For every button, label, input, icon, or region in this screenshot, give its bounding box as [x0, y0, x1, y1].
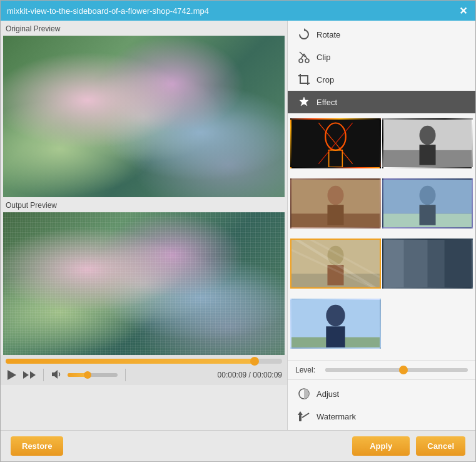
svg-marker-1 — [304, 28, 306, 31]
rotate-label: Rotate — [316, 30, 340, 39]
time-sep: / — [246, 371, 253, 379]
controls-row: 00:00:09 / 00:00:09 — [6, 369, 282, 381]
svg-marker-0 — [52, 370, 58, 379]
effect-blur[interactable] — [382, 239, 473, 289]
crop-label: Crop — [316, 75, 334, 85]
adjust-icon — [298, 388, 310, 400]
crop-icon — [298, 73, 310, 86]
tool-effect[interactable]: Effect — [288, 91, 475, 113]
original-preview — [3, 36, 285, 197]
restore-button[interactable]: Restore — [11, 436, 63, 456]
svg-rect-40 — [445, 240, 472, 287]
skip-icon — [23, 371, 36, 379]
player-controls: 00:00:09 / 00:00:09 — [1, 355, 287, 385]
svg-point-43 — [326, 305, 345, 327]
effect-warm[interactable] — [290, 178, 381, 228]
svg-marker-12 — [300, 97, 308, 106]
svg-rect-44 — [326, 326, 345, 347]
title-bar: mixkit-view-to-the-sideboard-of-a-flower… — [1, 1, 475, 21]
left-panel: Original Preview Output Preview — [1, 21, 287, 430]
progress-bar[interactable] — [6, 359, 282, 364]
effect-bw[interactable] — [382, 118, 473, 168]
app-window: mixkit-view-to-the-sideboard-of-a-flower… — [0, 0, 476, 462]
tool-rotate[interactable]: Rotate — [288, 23, 475, 46]
output-preview — [3, 212, 285, 355]
svg-rect-39 — [383, 240, 404, 287]
effect-canvas[interactable] — [290, 239, 381, 289]
main-content: Original Preview Output Preview — [1, 21, 475, 430]
effect-sketch[interactable] — [290, 118, 381, 168]
play-icon — [8, 370, 16, 380]
level-row: Level: — [288, 360, 475, 379]
svg-point-2 — [299, 59, 303, 63]
svg-point-24 — [327, 186, 343, 205]
total-time: 00:00:09 — [253, 371, 282, 379]
original-preview-label: Original Preview — [1, 21, 287, 36]
speaker-icon — [51, 369, 63, 379]
adjust-label: Adjust — [316, 389, 339, 399]
watermark-icon — [298, 410, 310, 423]
svg-rect-21 — [419, 145, 435, 165]
time-display: 00:00:09 / 00:00:09 — [218, 371, 282, 379]
volume-icon — [51, 369, 63, 381]
level-thumb[interactable] — [399, 366, 408, 374]
tool-adjust[interactable]: Adjust — [288, 382, 475, 405]
volume-thumb[interactable] — [84, 371, 91, 379]
rotate-icon — [298, 28, 310, 41]
tool-watermark[interactable]: Watermark — [288, 405, 475, 428]
effect-bright[interactable] — [290, 299, 381, 349]
volume-slider[interactable] — [68, 373, 118, 377]
play-button[interactable] — [6, 369, 18, 381]
apply-button[interactable]: Apply — [352, 436, 410, 456]
footer-button-group: Apply Cancel — [352, 436, 465, 456]
effect-overlay — [3, 212, 285, 355]
right-panel: Rotate Clip — [287, 21, 475, 430]
svg-point-3 — [305, 59, 309, 63]
svg-point-28 — [419, 186, 435, 205]
footer: Restore Apply Cancel — [1, 430, 475, 461]
svg-rect-29 — [419, 205, 435, 225]
output-preview-label: Output Preview — [1, 197, 287, 212]
tool-crop[interactable]: Crop — [288, 68, 475, 91]
level-fill — [325, 368, 403, 372]
svg-marker-47 — [298, 411, 303, 415]
level-label: Level: — [295, 366, 320, 374]
progress-fill — [6, 359, 255, 364]
effect-cool[interactable] — [382, 178, 473, 228]
clip-label: Clip — [316, 53, 330, 62]
output-preview-image — [3, 212, 285, 355]
svg-rect-25 — [327, 205, 343, 225]
level-slider[interactable] — [325, 368, 468, 372]
close-button[interactable]: ✕ — [457, 4, 469, 17]
divider — [43, 369, 44, 381]
effect-section: Level: Adj — [288, 116, 475, 430]
bottom-tools: Adjust Watermark — [288, 379, 475, 430]
tool-clip[interactable]: Clip — [288, 46, 475, 68]
watermark-label: Watermark — [316, 412, 356, 421]
original-preview-image — [3, 36, 285, 197]
tool-menu: Rotate Clip — [288, 21, 475, 116]
svg-line-48 — [302, 413, 309, 418]
cancel-button[interactable]: Cancel — [416, 436, 465, 456]
skip-button[interactable] — [23, 371, 36, 379]
current-time: 00:00:09 — [218, 371, 247, 379]
svg-rect-7 — [300, 76, 308, 83]
window-title: mixkit-view-to-the-sideboard-of-a-flower… — [7, 6, 209, 16]
effect-label: Effect — [316, 98, 337, 107]
effect-icon — [298, 96, 310, 108]
clip-icon — [298, 51, 310, 63]
svg-point-20 — [419, 126, 435, 145]
progress-thumb[interactable] — [250, 357, 259, 366]
svg-rect-46 — [299, 415, 301, 421]
divider2 — [125, 369, 126, 381]
effect-grid — [288, 116, 475, 360]
